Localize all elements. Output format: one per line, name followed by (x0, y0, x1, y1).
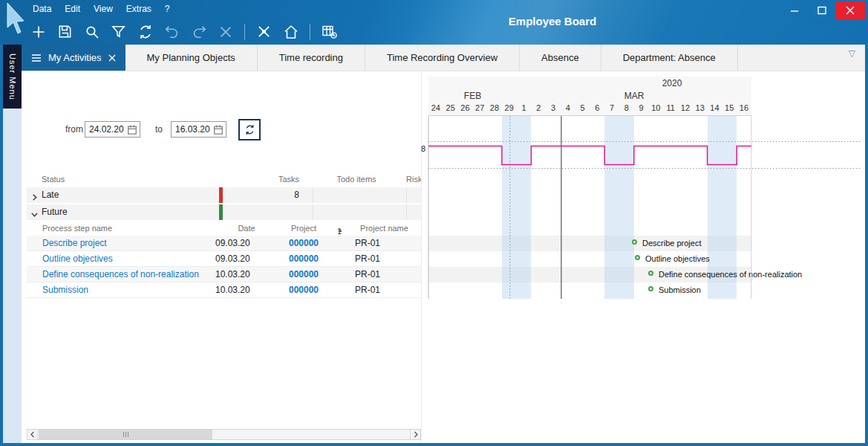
process-step-link[interactable]: Define consequences of non-realization (42, 269, 199, 279)
home-icon[interactable] (281, 22, 301, 42)
planning-board-icon[interactable] (319, 22, 339, 42)
milestone-marker[interactable] (648, 286, 653, 291)
task-row[interactable]: Outline objectives 09.03.20 000000 PR-01 (27, 251, 421, 267)
task-table-header: Process step name Date Project 1▲ Projec… (27, 221, 421, 236)
search-icon[interactable] (82, 22, 102, 42)
project-name-column-header[interactable]: Project name (347, 224, 421, 233)
gantt-day: 24 (428, 103, 443, 115)
window-title: Employee Board (509, 15, 596, 28)
save-icon[interactable] (55, 22, 75, 42)
todo-items-column-header[interactable]: Todo items (313, 175, 400, 184)
redo-icon[interactable] (189, 22, 209, 42)
toolbar-separator (244, 24, 245, 40)
column-divider (313, 204, 313, 220)
process-step-link[interactable]: Submission (42, 285, 88, 295)
capacity-scale-label: 8 (421, 144, 425, 153)
tab-bar: My Activities My Planning Objects Time r… (22, 45, 865, 71)
status-column-header[interactable]: Status (42, 175, 65, 184)
menu-edit[interactable]: Edit (65, 4, 80, 14)
calendar-icon[interactable] (127, 124, 137, 135)
undo-icon[interactable] (162, 22, 182, 42)
maximize-button[interactable] (808, 1, 835, 19)
project-link[interactable]: 000000 (281, 238, 327, 248)
gantt-month-feb: FEB (428, 91, 517, 101)
toolbar-separator (310, 24, 310, 40)
process-step-link[interactable]: Outline objectives (42, 253, 113, 264)
weekend-band (502, 116, 532, 299)
add-icon[interactable] (28, 22, 48, 42)
status-row-late[interactable]: Late 8 (27, 187, 421, 203)
milestone-marker[interactable] (635, 255, 640, 260)
refresh-icon[interactable] (135, 22, 155, 42)
expand-chevron-icon[interactable] (30, 191, 39, 203)
project-name: PR-01 (355, 253, 380, 264)
minimize-button[interactable] (780, 1, 808, 19)
hamburger-icon[interactable] (31, 54, 42, 62)
tab-list-dropdown-icon[interactable]: ▽ (849, 48, 855, 59)
tasks-column-header[interactable]: Tasks (223, 175, 299, 184)
user-menu-tab[interactable]: User Menu (3, 45, 22, 109)
tab-department-absence[interactable]: Department: Absence (601, 45, 738, 71)
task-row[interactable]: Define consequences of non-realization 1… (27, 267, 421, 282)
tab-close-icon[interactable] (108, 54, 116, 62)
tab-my-activities[interactable]: My Activities (22, 45, 125, 71)
date-column-header[interactable]: Date (212, 224, 281, 233)
panel-splitter[interactable] (421, 71, 422, 443)
project-link[interactable]: 000000 (281, 285, 327, 295)
tab-label: Time recording (279, 52, 343, 63)
gantt-day: 10 (648, 103, 663, 115)
milestone-marker[interactable] (632, 239, 637, 245)
milestone-label: Outline objectives (645, 254, 710, 263)
project-name: PR-01 (355, 285, 380, 295)
horizontal-scrollbar[interactable] (27, 429, 421, 440)
risks-column-header[interactable]: Risks (406, 175, 421, 184)
menu-extras[interactable]: Extras (126, 4, 151, 14)
project-link[interactable]: 000000 (281, 269, 327, 279)
calendar-icon[interactable] (213, 124, 223, 135)
tasks-count: 8 (223, 190, 299, 200)
titlebar: Data Edit View Extras ? Employee Board (0, 0, 868, 45)
process-step-column-header[interactable]: Process step name (42, 224, 112, 233)
menu-data[interactable]: Data (33, 4, 51, 14)
process-step-link[interactable]: Describe project (42, 238, 107, 248)
user-menu-label: User Menu (8, 54, 17, 100)
user-menu-strip: User Menu (3, 45, 22, 443)
thumb-grip (128, 432, 128, 437)
apply-date-range-button[interactable] (238, 119, 261, 140)
menu-help[interactable]: ? (165, 4, 170, 14)
task-row[interactable]: Submission 10.03.20 000000 PR-01 (27, 282, 421, 298)
milestone-marker[interactable] (648, 271, 653, 276)
collapse-chevron-icon[interactable] (30, 208, 39, 220)
status-row-future[interactable]: Future (27, 204, 421, 220)
menu-view[interactable]: View (94, 4, 113, 14)
project-link[interactable]: 000000 (281, 253, 327, 264)
tab-time-recording-overview[interactable]: Time Recording Overview (365, 45, 520, 71)
scroll-right-button[interactable] (410, 430, 420, 439)
tab-my-planning-objects[interactable]: My Planning Objects (125, 45, 258, 71)
tools-icon[interactable] (254, 22, 274, 42)
tab-time-recording[interactable]: Time recording (258, 45, 365, 71)
project-column-header[interactable]: Project (281, 224, 327, 233)
to-date-field[interactable]: 16.03.20 (171, 121, 226, 138)
tab-label: Absence (541, 52, 579, 63)
gantt-day: 16 (737, 103, 751, 115)
gantt-day: 6 (590, 103, 604, 115)
tab-absence[interactable]: Absence (520, 45, 601, 71)
menu-bar: Data Edit View Extras ? (33, 4, 170, 14)
task-date: 10.03.20 (215, 285, 250, 295)
task-row[interactable]: Describe project 09.03.20 000000 PR-01 (27, 236, 421, 251)
gantt-day: 5 (575, 103, 590, 115)
delete-icon[interactable] (215, 22, 235, 42)
gantt-day: 27 (472, 103, 487, 115)
filter-icon[interactable] (108, 22, 128, 42)
from-date-field[interactable]: 24.02.20 (85, 121, 140, 138)
tab-label: My Planning Objects (147, 52, 235, 63)
scrollbar-thumb[interactable] (39, 430, 212, 439)
gantt-day: 3 (546, 103, 561, 115)
close-button[interactable] (835, 1, 865, 19)
milestone-label: Describe project (642, 239, 701, 248)
future-status-color-bar (219, 204, 223, 220)
gantt-day: 28 (487, 103, 502, 115)
scroll-left-button[interactable] (27, 430, 38, 439)
tab-label: My Activities (48, 52, 102, 63)
